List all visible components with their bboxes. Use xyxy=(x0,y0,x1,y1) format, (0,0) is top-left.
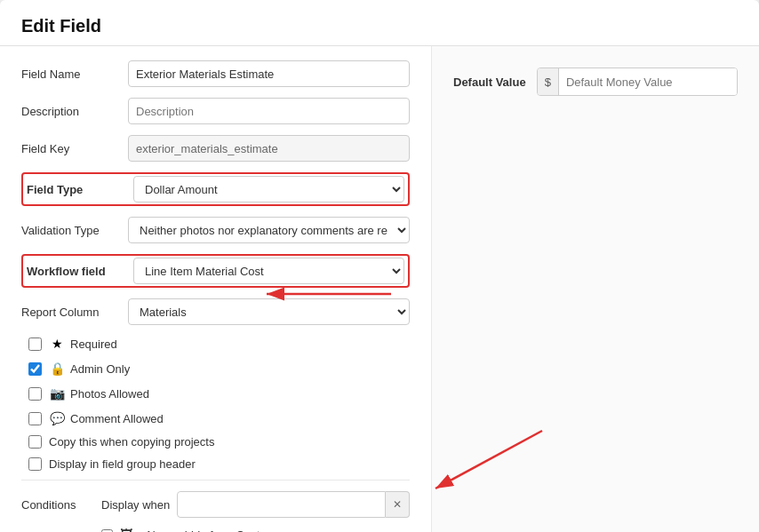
lock-icon: 🔒 xyxy=(49,361,65,377)
required-label: Required xyxy=(70,337,117,351)
photos-allowed-checkbox[interactable] xyxy=(28,387,42,401)
default-value-label: Default Value xyxy=(453,75,526,89)
comment-allowed-checkbox[interactable] xyxy=(28,412,42,425)
report-column-select[interactable]: Materials xyxy=(128,298,410,325)
copy-projects-checkbox[interactable] xyxy=(28,435,42,449)
customer-icon: 🖼 xyxy=(118,527,134,532)
display-header-checkbox[interactable] xyxy=(28,457,42,471)
field-key-label: Field Key xyxy=(21,142,128,155)
field-key-input[interactable] xyxy=(128,135,410,162)
field-name-label: Field Name xyxy=(21,67,128,81)
comment-icon: 💬 xyxy=(49,410,65,426)
workflow-field-label: Workflow field xyxy=(27,265,133,278)
workflow-field-select[interactable]: Line Item Material Cost xyxy=(133,258,404,284)
field-name-input[interactable] xyxy=(128,60,410,87)
camera-icon: 📷 xyxy=(49,385,65,401)
display-when-input[interactable] xyxy=(177,491,386,518)
svg-line-3 xyxy=(435,431,542,488)
display-when-close-btn[interactable]: ✕ xyxy=(386,491,410,518)
photos-allowed-label: Photos Allowed xyxy=(70,387,149,401)
field-type-label: Field Type xyxy=(27,183,133,196)
display-header-label: Display in field group header xyxy=(49,457,196,471)
validation-type-label: Validation Type xyxy=(21,224,128,237)
default-money-input[interactable] xyxy=(559,68,737,95)
report-column-label: Report Column xyxy=(21,306,128,319)
validation-type-select[interactable]: Neither photos nor explanatory comments … xyxy=(128,217,410,243)
display-when-label: Display when xyxy=(101,498,170,512)
page-title: Edit Field xyxy=(21,16,738,36)
hide-customer-checkbox[interactable] xyxy=(101,529,113,533)
copy-projects-label: Copy this when copying projects xyxy=(49,435,214,449)
star-icon: ★ xyxy=(49,336,65,352)
admin-only-checkbox[interactable] xyxy=(28,362,42,376)
dollar-sign: $ xyxy=(538,68,559,95)
admin-only-label: Admin Only xyxy=(70,362,130,376)
field-type-select[interactable]: Dollar Amount xyxy=(133,176,404,202)
conditions-label: Conditions xyxy=(21,498,101,512)
description-input[interactable] xyxy=(128,98,410,124)
description-label: Description xyxy=(21,105,128,118)
comment-allowed-label: Comment Allowed xyxy=(70,412,164,425)
required-checkbox[interactable] xyxy=(28,337,42,351)
hide-customer-label: Always hide from Customer xyxy=(145,528,286,533)
